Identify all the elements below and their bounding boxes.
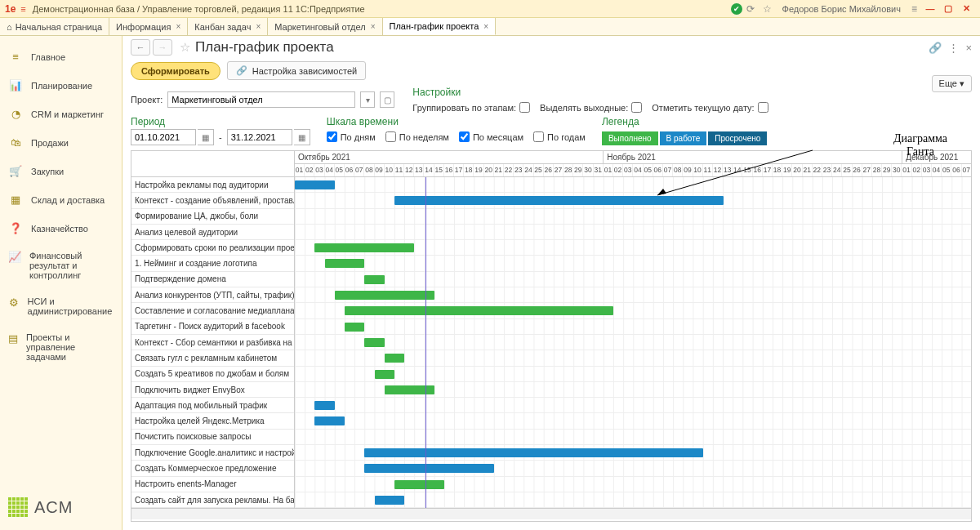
task-name[interactable]: Настроить enents-Manager — [131, 477, 294, 492]
gantt-bar[interactable] — [385, 354, 404, 363]
minimize-button[interactable]: — — [924, 4, 936, 14]
gantt-bar[interactable] — [335, 291, 434, 300]
tab-info[interactable]: Информация × — [109, 18, 188, 35]
gantt-bar[interactable] — [345, 323, 364, 332]
task-name[interactable]: Создать 5 креативов по джобам и болям — [131, 367, 294, 382]
calendar-icon[interactable]: ▦ — [198, 129, 214, 145]
tab-close-icon[interactable]: × — [256, 22, 261, 31]
tab-marketing-dept[interactable]: Маркетинговый отдел × — [268, 18, 382, 35]
gantt-bar[interactable] — [385, 385, 434, 394]
checkbox[interactable] — [533, 131, 544, 142]
task-name[interactable]: Подключить виджет EnvyBox — [131, 382, 294, 398]
gantt-bar[interactable] — [364, 338, 384, 347]
task-name[interactable]: Адаптация под мобильный трафик — [131, 398, 294, 413]
kebab-icon[interactable]: ⋮ — [948, 42, 959, 54]
cb-mark-today[interactable]: Отметить текущую дату: — [652, 102, 768, 113]
sidebar-item-crm[interactable]: ◔CRM и маркетинг — [0, 100, 122, 128]
sidebar-item-planning[interactable]: 📊Планирование — [0, 71, 122, 100]
sidebar-item-sales[interactable]: 🛍Продажи — [0, 128, 122, 157]
task-name[interactable]: Составление и согласование медиаплана — [131, 303, 294, 318]
link-icon[interactable]: 🔗 — [929, 42, 942, 54]
gantt-bar[interactable] — [314, 243, 414, 252]
gantt-bar[interactable] — [394, 196, 724, 205]
nav-back-button[interactable]: ← — [131, 39, 150, 56]
tab-kanban[interactable]: Канбан задач × — [188, 18, 268, 35]
task-name[interactable]: Настройка рекламы под аудитории — [131, 177, 294, 193]
dependencies-button[interactable]: 🔗 Настройка зависимостей — [227, 61, 366, 80]
close-panel-icon[interactable]: × — [965, 42, 972, 54]
task-name[interactable]: Сформировать сроки по реализации проекта… — [131, 240, 294, 256]
task-name[interactable]: 1. Нейминг и создание логотипа — [131, 256, 294, 271]
cb-scale-days[interactable]: По дням — [327, 131, 376, 142]
notifications-icon[interactable]: ✔ — [731, 3, 742, 15]
project-open-button[interactable]: ▢ — [380, 91, 394, 108]
cb-group-stages[interactable]: Группировать по этапам: — [412, 102, 530, 113]
horizontal-scrollbar[interactable] — [131, 508, 971, 519]
cb-highlight-weekends[interactable]: Выделять выходные: — [540, 102, 642, 113]
sidebar-item-main[interactable]: ≡Главное — [0, 42, 122, 71]
gantt-bar[interactable] — [364, 464, 494, 473]
generate-button[interactable]: Сформировать — [131, 62, 220, 80]
project-input[interactable] — [167, 91, 355, 108]
gantt-bar[interactable] — [364, 275, 384, 284]
sidebar-item-warehouse[interactable]: ▦Склад и доставка — [0, 185, 122, 214]
calendar-icon[interactable]: ▦ — [294, 129, 310, 145]
task-name[interactable]: Анализ конкурентов (УТП, сайты, трафик) — [131, 287, 294, 303]
favorite-star-icon[interactable]: ☆ — [763, 3, 772, 15]
task-name[interactable]: Формирование ЦА, джобы, боли — [131, 209, 294, 225]
gantt-bar[interactable] — [375, 496, 405, 505]
tab-bar: ⌂ Начальная страница Информация × Канбан… — [0, 18, 980, 36]
cb-scale-months[interactable]: По месяцам — [459, 131, 523, 142]
close-window-button[interactable]: ✕ — [960, 3, 972, 14]
checkbox[interactable] — [459, 131, 470, 142]
checkbox[interactable] — [519, 102, 530, 113]
favorite-icon[interactable]: ☆ — [180, 40, 190, 55]
gantt-bar[interactable] — [314, 416, 345, 425]
tab-close-icon[interactable]: × — [176, 22, 180, 31]
task-name[interactable]: Создать Коммерческое предложение — [131, 461, 294, 476]
gantt-bar[interactable] — [345, 306, 613, 315]
checkbox[interactable] — [631, 102, 642, 113]
task-name[interactable]: Настройка целей Яндекс.Метрика — [131, 413, 294, 429]
more-button[interactable]: Еще ▾ — [932, 75, 972, 92]
tab-close-icon[interactable]: × — [483, 22, 488, 31]
current-user[interactable]: Федоров Борис Михайлович — [782, 4, 901, 14]
date-from-input[interactable] — [131, 129, 196, 145]
task-name[interactable]: Контекст - создание объявлений, проставл… — [131, 193, 294, 208]
gantt-bar[interactable] — [394, 480, 444, 489]
sidebar-item-treasury[interactable]: ❓Казначейство — [0, 214, 122, 243]
sidebar-item-projects[interactable]: ▤Проекты и управление задачами — [0, 324, 122, 370]
task-name[interactable]: Подключение Google.аналитикс и настройка… — [131, 445, 294, 461]
nav-forward-button[interactable]: → — [153, 39, 172, 56]
sidebar-item-purchases[interactable]: 🛒Закупки — [0, 157, 122, 185]
task-name[interactable]: Почистить поисковые запросы — [131, 430, 294, 445]
gantt-bar[interactable] — [314, 401, 334, 410]
date-to-input[interactable] — [227, 129, 292, 145]
maximize-button[interactable]: ▢ — [942, 3, 954, 14]
gantt-chart[interactable]: Октябрь 2021Ноябрь 2021Декабрь 202101020… — [131, 150, 972, 522]
history-icon[interactable]: ⟳ — [746, 3, 755, 15]
task-name[interactable]: Создать сайт для запуска рекламы. На баз… — [131, 492, 294, 508]
cb-scale-years[interactable]: По годам — [533, 131, 586, 142]
task-name[interactable]: Подтверждение домена — [131, 272, 294, 287]
checkbox[interactable] — [327, 131, 337, 142]
cb-scale-weeks[interactable]: По неделям — [385, 131, 449, 142]
checkbox[interactable] — [758, 102, 768, 113]
gantt-bar[interactable] — [295, 180, 335, 189]
tab-close-icon[interactable]: × — [371, 22, 376, 31]
tab-gantt[interactable]: План-график проекта × — [383, 18, 497, 35]
global-menu-icon[interactable]: ≡ — [20, 4, 25, 14]
menu-lines-icon[interactable]: ≡ — [911, 3, 917, 15]
task-name[interactable]: Анализ целевой аудитории — [131, 225, 294, 240]
sidebar-item-admin[interactable]: ⚙НСИ и администрирование — [0, 288, 122, 324]
sidebar-item-finance[interactable]: 📈Финансовый результат и контроллинг — [0, 243, 122, 288]
gantt-bar[interactable] — [325, 259, 365, 268]
task-name[interactable]: Таргетинг - Поиск аудиторий в facebook — [131, 319, 294, 335]
task-name[interactable]: Контекст - Сбор семантики и разбивка на … — [131, 335, 294, 350]
tab-home[interactable]: ⌂ Начальная страница — [0, 18, 109, 35]
project-dropdown-button[interactable]: ▾ — [360, 91, 375, 108]
gantt-bar[interactable] — [364, 448, 703, 457]
gantt-bar[interactable] — [375, 370, 394, 379]
checkbox[interactable] — [385, 131, 396, 142]
task-name[interactable]: Связать гугл с рекламным кабинетом — [131, 350, 294, 366]
